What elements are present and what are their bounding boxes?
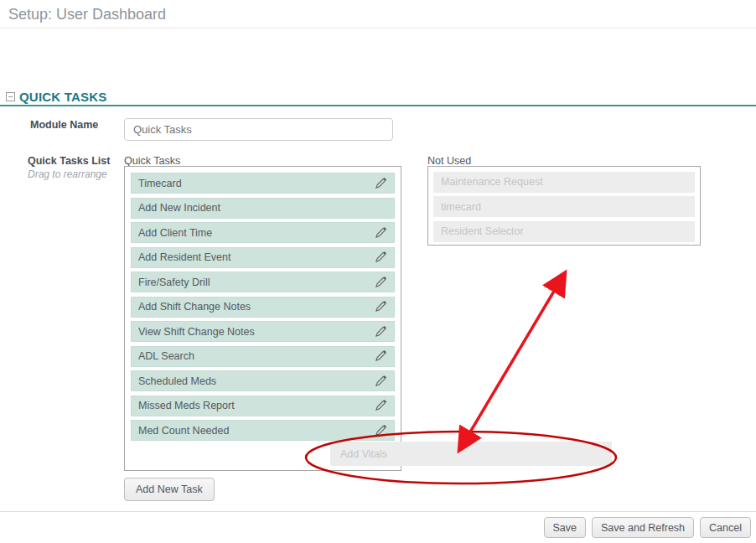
module-name-label: Module Name bbox=[30, 119, 98, 131]
quick-tasks-section-header: QUICK TASKS bbox=[6, 90, 106, 104]
edit-pencil-icon[interactable] bbox=[374, 399, 387, 412]
annotation-arrow bbox=[461, 276, 563, 447]
edit-pencil-icon[interactable] bbox=[374, 226, 387, 240]
edit-pencil-icon[interactable] bbox=[374, 251, 387, 264]
not-used-row[interactable]: Resident Selector bbox=[433, 221, 695, 242]
quick-task-row[interactable]: Scheduled Meds bbox=[131, 370, 395, 391]
quick-task-row[interactable]: Timecard bbox=[131, 173, 395, 194]
edit-pencil-icon[interactable] bbox=[374, 349, 387, 363]
not-used-row[interactable]: timecard bbox=[433, 196, 695, 217]
cancel-button[interactable]: Cancel bbox=[700, 517, 751, 538]
collapse-section-icon[interactable] bbox=[6, 92, 15, 101]
quick-task-row[interactable]: Add Client Time bbox=[131, 222, 395, 243]
quick-task-row[interactable]: View Shift Change Notes bbox=[131, 321, 395, 342]
edit-pencil-icon[interactable] bbox=[374, 177, 387, 190]
save-and-refresh-button[interactable]: Save and Refresh bbox=[592, 517, 694, 538]
section-title: QUICK TASKS bbox=[19, 90, 106, 104]
quick-task-row[interactable]: Add Shift Change Notes bbox=[131, 297, 395, 318]
edit-pencil-icon[interactable] bbox=[374, 325, 387, 339]
edit-pencil-icon[interactable] bbox=[374, 424, 387, 437]
module-name-input[interactable] bbox=[124, 118, 393, 141]
quick-task-row[interactable]: Missed Meds Report bbox=[131, 396, 395, 416]
quick-tasks-list-label: Quick Tasks List bbox=[28, 155, 110, 167]
quick-tasks-list: Timecard Add New Incident Add Client Tim… bbox=[124, 166, 401, 471]
footer-divider bbox=[0, 511, 756, 512]
save-button[interactable]: Save bbox=[544, 517, 587, 538]
not-used-column-label: Not Used bbox=[427, 155, 471, 167]
quick-task-row[interactable]: ADL Search bbox=[131, 346, 395, 367]
not-used-row[interactable]: Maintenance Request bbox=[433, 172, 695, 193]
quick-task-row[interactable]: Add New Incident bbox=[131, 198, 395, 219]
not-used-list: Maintenance Request timecard Resident Se… bbox=[427, 166, 701, 246]
add-new-task-button[interactable]: Add New Task bbox=[124, 478, 215, 501]
quick-tasks-column-label: Quick Tasks bbox=[124, 155, 180, 167]
edit-pencil-icon[interactable] bbox=[374, 375, 387, 388]
quick-task-row[interactable]: Add Resident Event bbox=[131, 247, 395, 268]
edit-pencil-icon[interactable] bbox=[374, 300, 387, 313]
drag-hint: Drag to rearrange bbox=[28, 168, 107, 180]
footer-actions: Save Save and Refresh Cancel bbox=[544, 517, 751, 538]
title-divider bbox=[0, 28, 756, 28]
edit-pencil-icon[interactable] bbox=[374, 276, 387, 289]
section-divider bbox=[0, 105, 756, 106]
quick-task-row[interactable]: Fire/Safety Drill bbox=[131, 272, 395, 292]
dragging-task-add-vitals[interactable]: Add Vitals bbox=[330, 442, 612, 466]
page-title: Setup: User Dashboard bbox=[8, 6, 166, 23]
setup-user-dashboard-page: Setup: User Dashboard QUICK TASKS Module… bbox=[0, 0, 756, 543]
quick-task-row[interactable]: Med Count Needed bbox=[131, 420, 395, 441]
